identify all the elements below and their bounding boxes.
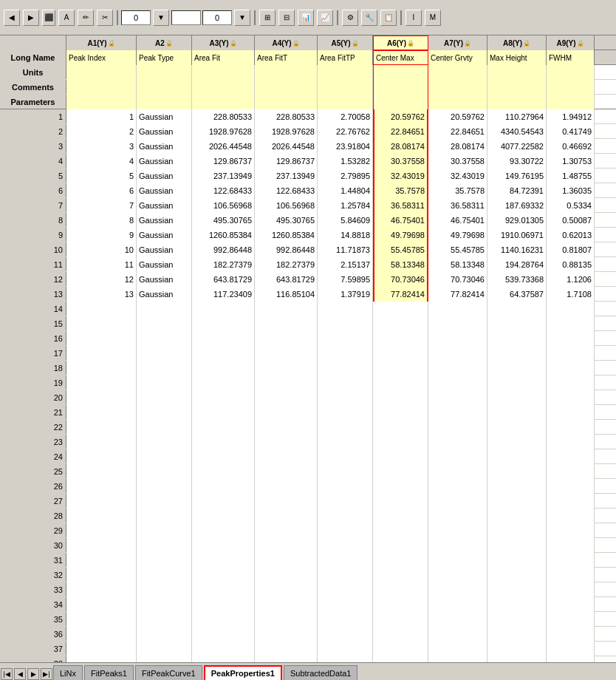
data-cell[interactable]: 643.81729 bbox=[192, 272, 255, 287]
data-cell[interactable]: 106.56968 bbox=[255, 198, 318, 213]
data-cell[interactable]: 495.30765 bbox=[255, 213, 318, 228]
toolbar-icon-8[interactable]: I bbox=[405, 10, 422, 26]
data-cell[interactable] bbox=[137, 464, 192, 479]
data-cell[interactable]: 22.84651 bbox=[373, 124, 428, 139]
data-cell[interactable] bbox=[255, 420, 318, 435]
data-cell[interactable] bbox=[373, 346, 428, 361]
data-cell[interactable] bbox=[373, 597, 428, 612]
data-cell[interactable] bbox=[487, 597, 547, 612]
data-cell[interactable]: 7.59895 bbox=[318, 272, 373, 287]
toolbar-btn-5[interactable]: ✏ bbox=[78, 10, 94, 26]
data-cell[interactable] bbox=[192, 331, 255, 346]
data-cell[interactable] bbox=[547, 361, 595, 375]
data-cell[interactable]: Gaussian bbox=[137, 198, 192, 213]
data-cell[interactable]: 6 bbox=[66, 183, 137, 198]
data-cell[interactable] bbox=[192, 494, 255, 509]
data-cell[interactable] bbox=[192, 405, 255, 420]
data-cell[interactable] bbox=[192, 375, 255, 390]
data-cell[interactable] bbox=[318, 449, 373, 464]
data-cell[interactable] bbox=[66, 464, 137, 479]
data-cell[interactable] bbox=[428, 479, 487, 494]
data-cell[interactable] bbox=[192, 346, 255, 361]
data-cell[interactable]: Gaussian bbox=[137, 169, 192, 183]
data-cell[interactable]: 1.30753 bbox=[547, 154, 595, 169]
data-cell[interactable] bbox=[487, 449, 547, 464]
data-cell[interactable] bbox=[192, 509, 255, 523]
data-cell[interactable] bbox=[428, 656, 487, 662]
data-cell[interactable]: 7 bbox=[66, 198, 137, 213]
data-cell[interactable]: 122.68433 bbox=[192, 183, 255, 198]
data-cell[interactable]: 182.27379 bbox=[255, 257, 318, 272]
data-cell[interactable] bbox=[137, 346, 192, 361]
tab-PeakProperties1[interactable]: PeakProperties1 bbox=[204, 665, 282, 680]
data-cell[interactable]: 182.27379 bbox=[192, 257, 255, 272]
data-cell[interactable]: 64.37587 bbox=[487, 287, 547, 302]
data-cell[interactable] bbox=[428, 627, 487, 642]
data-cell[interactable]: 84.72391 bbox=[487, 183, 547, 198]
data-cell[interactable] bbox=[487, 642, 547, 656]
data-cell[interactable]: 12 bbox=[66, 272, 137, 287]
data-cell[interactable] bbox=[137, 494, 192, 509]
tab-SubtractedData1[interactable]: SubtractedData1 bbox=[284, 665, 358, 680]
data-cell[interactable] bbox=[137, 582, 192, 597]
data-cell[interactable]: 4077.22582 bbox=[487, 139, 547, 154]
data-cell[interactable] bbox=[137, 553, 192, 568]
data-cell[interactable] bbox=[487, 568, 547, 582]
data-cell[interactable] bbox=[66, 375, 137, 390]
data-cell[interactable] bbox=[255, 302, 318, 316]
data-cell[interactable] bbox=[255, 509, 318, 523]
tab-LiNx[interactable]: LiNx bbox=[53, 665, 83, 680]
data-cell[interactable]: 77.82414 bbox=[428, 287, 487, 302]
data-cell[interactable]: 539.73368 bbox=[487, 272, 547, 287]
data-cell[interactable] bbox=[192, 435, 255, 449]
data-cell[interactable] bbox=[66, 449, 137, 464]
data-cell[interactable]: 106.56968 bbox=[192, 198, 255, 213]
tab-FitPeaks1[interactable]: FitPeaks1 bbox=[84, 665, 134, 680]
data-cell[interactable]: 1260.85384 bbox=[255, 228, 318, 242]
data-cell[interactable] bbox=[487, 420, 547, 435]
toolbar-icon-4[interactable]: 📈 bbox=[317, 10, 333, 26]
data-cell[interactable]: 0.50087 bbox=[547, 213, 595, 228]
data-cell[interactable]: 11 bbox=[66, 257, 137, 272]
data-cell[interactable] bbox=[255, 568, 318, 582]
data-cell[interactable] bbox=[255, 331, 318, 346]
data-cell[interactable] bbox=[487, 346, 547, 361]
data-cell[interactable] bbox=[547, 627, 595, 642]
data-cell[interactable]: 49.79698 bbox=[373, 228, 428, 242]
data-cell[interactable]: 28.08174 bbox=[373, 139, 428, 154]
data-cell[interactable] bbox=[66, 331, 137, 346]
data-cell[interactable]: 122.68433 bbox=[255, 183, 318, 198]
data-cell[interactable]: 929.01305 bbox=[487, 213, 547, 228]
data-cell[interactable] bbox=[487, 494, 547, 509]
data-cell[interactable] bbox=[428, 390, 487, 405]
data-cell[interactable]: 9 bbox=[66, 228, 137, 242]
data-cell[interactable] bbox=[428, 316, 487, 331]
data-cell[interactable] bbox=[137, 435, 192, 449]
data-cell[interactable]: 1928.97628 bbox=[255, 124, 318, 139]
data-cell[interactable] bbox=[318, 568, 373, 582]
data-cell[interactable] bbox=[318, 346, 373, 361]
data-cell[interactable] bbox=[137, 523, 192, 538]
data-cell[interactable]: 49.79698 bbox=[428, 228, 487, 242]
data-cell[interactable] bbox=[192, 361, 255, 375]
data-cell[interactable]: 46.75401 bbox=[373, 213, 428, 228]
data-cell[interactable] bbox=[192, 612, 255, 627]
toolbar-btn-2[interactable]: ▶ bbox=[23, 10, 39, 26]
data-cell[interactable] bbox=[373, 612, 428, 627]
data-cell[interactable]: 116.85104 bbox=[255, 287, 318, 302]
data-cell[interactable] bbox=[255, 405, 318, 420]
tab-nav-next[interactable]: ▶ bbox=[27, 668, 39, 680]
data-cell[interactable]: 36.58311 bbox=[428, 198, 487, 213]
data-cell[interactable]: 1.48755 bbox=[547, 169, 595, 183]
data-cell[interactable]: 32.43019 bbox=[373, 169, 428, 183]
data-cell[interactable]: 2.15137 bbox=[318, 257, 373, 272]
data-cell[interactable]: Gaussian bbox=[137, 257, 192, 272]
data-cell[interactable]: 36.58311 bbox=[373, 198, 428, 213]
data-cell[interactable]: 129.86737 bbox=[255, 154, 318, 169]
data-cell[interactable] bbox=[66, 642, 137, 656]
data-cell[interactable] bbox=[318, 582, 373, 597]
data-cell[interactable] bbox=[66, 316, 137, 331]
data-cell[interactable] bbox=[66, 553, 137, 568]
data-cell[interactable] bbox=[547, 597, 595, 612]
data-cell[interactable]: 237.13949 bbox=[255, 169, 318, 183]
